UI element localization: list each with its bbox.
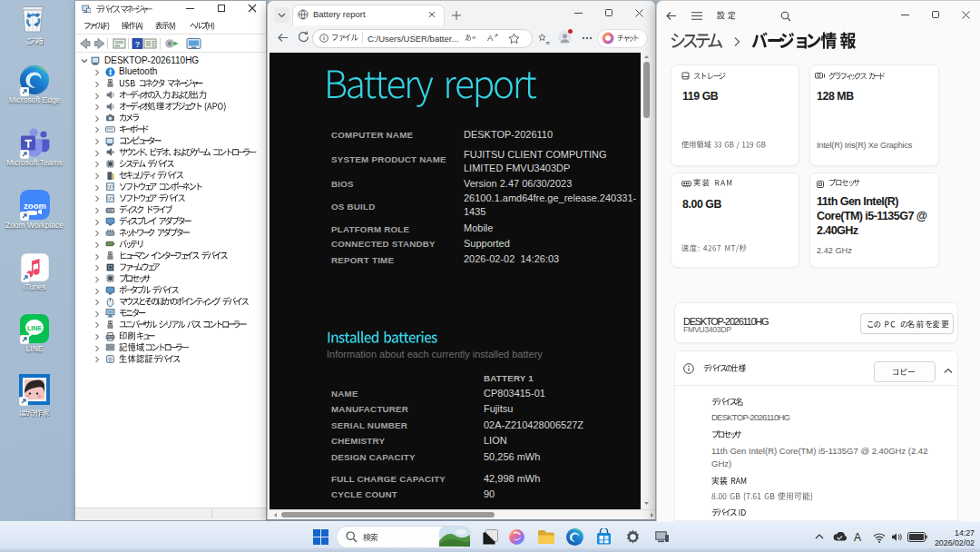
svg-text:LINE: LINE [27,325,42,331]
svg-text:?: ? [135,40,141,49]
svg-text:zoom: zoom [24,201,46,211]
